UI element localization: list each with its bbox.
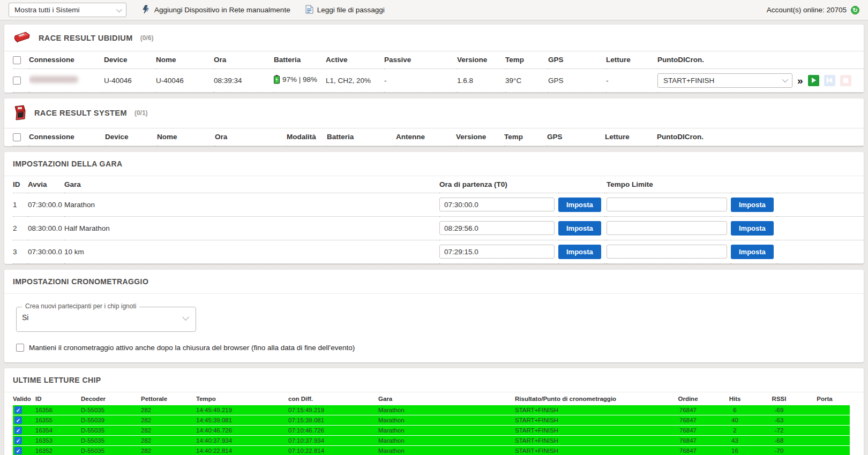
col-id: ID [13,176,28,193]
timing-settings-card: IMPOSTAZIONI CRONOMETRAGGIO Crea nuovi p… [4,270,864,362]
valid-checkbox[interactable]: ✓ [14,406,22,414]
reading-decoder: D-55039 [81,415,141,426]
set-limit-button[interactable]: Imposta [731,245,774,259]
ora-cell: 08:39:34 [214,69,274,92]
set-t0-button[interactable]: Imposta [558,245,601,259]
set-t0-button[interactable]: Imposta [558,198,601,212]
expand-double-chevron-icon[interactable]: » [797,75,803,86]
time-limit-input[interactable] [607,198,727,211]
reading-id: 16354 [35,426,81,436]
connection-name-redacted [29,76,78,83]
battery-icon [274,75,280,84]
set-limit-button[interactable]: Imposta [731,221,774,236]
col-connessione: Connessione [29,128,105,146]
select-all-checkbox[interactable] [13,133,21,141]
col-letture: Letture [605,128,657,146]
reading-row: ✓ 16354 D-55035 282 14:40:46.726 07:10:4… [13,426,850,436]
limit-cell [607,216,731,240]
add-device-button[interactable]: Aggiungi Dispositivo in Rete manualmente [141,5,290,16]
read-passings-file-button[interactable]: Leggi file di passaggi [305,5,385,16]
device-cell: U-40046 [104,69,156,92]
reading-order: 76847 [665,426,713,436]
ubidium-table: Connessione Device Nome Ora Batteria Act… [13,51,864,93]
col-avvia: Avvia [28,176,64,193]
valid-checkbox[interactable]: ✓ [14,427,22,434]
ubidium-device-icon [13,31,31,45]
col-modalita: Modalità [287,128,327,146]
set-t0-button[interactable]: Imposta [558,221,601,236]
valid-cell: ✓ [13,426,35,436]
chevron-down-icon [182,314,189,321]
reading-row: ✓ 16352 D-55035 282 14:40:22.814 07:10:2… [13,446,850,455]
reading-id: 16356 [35,405,81,415]
system-table: Connessione Device Nome Ora Modalità Bat… [13,128,864,146]
keep-timing-checkbox[interactable] [16,344,24,352]
col-passive: Passive [384,51,457,69]
create-participants-select[interactable]: Si [22,309,190,326]
race-id: 3 [13,240,28,263]
col-letture: Letture [606,51,657,69]
col-id: ID [35,392,81,405]
reading-bib: 282 [141,405,196,415]
create-participants-label: Crea nuovi partecipanti per i chip ignot… [22,302,139,310]
reading-id: 16355 [35,415,81,426]
col-con-diff: con Diff. [288,392,378,405]
valid-checkbox[interactable]: ✓ [14,447,22,454]
stop-button[interactable] [840,75,851,86]
col-limite-button-spacer [731,176,777,193]
valid-cell: ✓ [13,415,35,426]
reading-rssi: -72 [759,426,802,436]
race-start: 08:30:00.0 [28,216,64,240]
time-limit-input[interactable] [607,221,727,235]
time-limit-input[interactable] [607,245,727,259]
timing-settings-title: IMPOSTAZIONI CRONOMETRAGGIO [4,270,864,294]
reading-decoder: D-55035 [81,426,141,436]
row-checkbox[interactable] [13,77,21,85]
reading-decoder: D-55035 [81,436,141,446]
t0-input[interactable] [439,198,555,211]
rewind-button[interactable] [824,75,835,86]
chevron-down-icon [116,6,122,12]
battery-value: 97% | 98% [282,75,317,84]
t0-set-cell: Imposta [558,193,604,216]
reading-row: ✓ 16356 D-55035 282 14:45:49.219 07:15:4… [13,405,850,415]
race-id: 1 [13,193,28,216]
select-all-checkbox[interactable] [13,56,21,64]
t0-input[interactable] [439,245,555,259]
reading-bib: 282 [141,426,196,436]
system-header: RACE RESULT SYSTEM (0/1) [4,98,864,128]
col-batteria: Batteria [274,51,326,69]
reading-time: 14:40:46.726 [196,426,288,436]
ubidium-select-all-cell [13,51,29,69]
reading-time: 14:40:37.934 [196,436,288,446]
temp-cell: 39°C [505,69,548,92]
col-connessione: Connessione [29,51,104,69]
valid-checkbox[interactable]: ✓ [14,437,22,444]
connessione-cell [29,69,104,92]
reading-hits: 43 [713,436,759,446]
page-body: RACE RESULT UBIDIUM (0/6) Connessione De… [0,20,868,455]
letture-cell: - [606,69,657,92]
col-t0-button-spacer [558,176,604,193]
ubidium-device-row: U-40046 U-40046 08:39:34 97% | 98% L1, C… [13,69,864,92]
valid-checkbox[interactable]: ✓ [14,416,22,424]
col-end-spacer [777,176,864,193]
system-filter-select[interactable]: Mostra tutti i Sistemi [9,3,126,17]
start-timing-button[interactable] [808,75,819,86]
reading-race: Marathon [378,446,515,455]
col-pettorale: Pettorale [141,392,196,405]
reading-diff: 07:10:22.814 [288,446,378,455]
reading-rssi: -69 [759,405,802,415]
keep-timing-label: Mantieni il cronometraggio attivo anche … [29,344,355,352]
t0-input[interactable] [439,221,555,235]
system-title: RACE RESULT SYSTEM [34,109,127,117]
skip-start-triangle [828,78,832,83]
col-t0: Ora di partenza (T0) [439,176,558,193]
set-limit-button[interactable]: Imposta [731,198,774,212]
col-puntodicron: PuntoDICron. [657,51,864,69]
row-select-cell [13,69,29,92]
col-ora: Ora [214,51,274,69]
col-rssi: RSSI [759,392,802,405]
timing-point-select[interactable]: START+FINISH [657,73,792,88]
col-device: Device [104,51,156,69]
